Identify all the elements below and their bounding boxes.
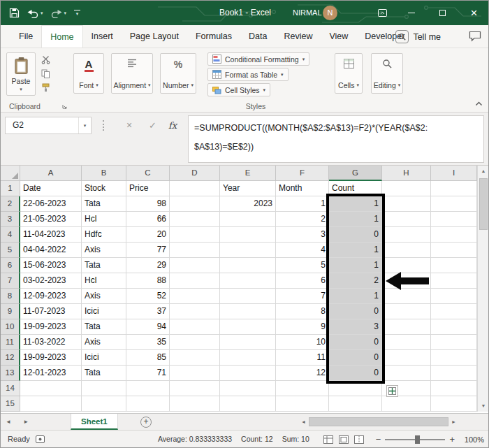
collapse-ribbon-icon[interactable] [475, 99, 483, 108]
cell-F2[interactable]: 1 [276, 196, 329, 212]
cells-menu[interactable]: Cells▾ [335, 53, 363, 94]
formula-input[interactable]: =SUMPRODUCT((MONTH($A$2:$A$13)=F2)*(YEAR… [188, 115, 484, 163]
sheet-nav-right-icon[interactable]: ► [18, 414, 34, 430]
cell-D4[interactable] [170, 227, 220, 243]
cell-G4[interactable]: 0 [329, 227, 382, 243]
cell-G6[interactable]: 1 [329, 258, 382, 273]
cell-H10[interactable] [382, 319, 431, 335]
new-sheet-button[interactable]: + [140, 417, 152, 428]
sheet-tab-sheet1[interactable]: Sheet1 [71, 414, 118, 430]
cell-F13[interactable]: 12 [276, 366, 329, 381]
name-box-dropdown-icon[interactable]: ▾ [78, 117, 91, 133]
column-header-I[interactable]: I [431, 166, 477, 181]
ribbon-tab-home[interactable]: Home [41, 25, 82, 48]
comment-icon[interactable] [469, 31, 481, 44]
page-break-view-icon[interactable] [354, 435, 364, 445]
cell-H7[interactable] [382, 273, 431, 289]
cell-B13[interactable]: Tata [82, 366, 126, 381]
cell-B9[interactable]: Icici [82, 304, 126, 319]
row-header-11[interactable]: 11 [1, 335, 20, 350]
row-header-12[interactable]: 12 [1, 350, 20, 366]
minimize-button[interactable] [395, 1, 427, 25]
cell-C3[interactable]: 66 [126, 212, 170, 227]
cell-A10[interactable]: 19-09-2023 [20, 319, 82, 335]
cell-B7[interactable]: Hcl [82, 273, 126, 289]
cell-D14[interactable] [170, 381, 220, 396]
cell-F4[interactable]: 3 [276, 227, 329, 243]
page-layout-view-icon[interactable] [339, 435, 349, 445]
customize-quick-access-toolbar-icon[interactable]: ▾ [74, 10, 80, 17]
cell-B11[interactable]: Axis [82, 335, 126, 350]
row-header-10[interactable]: 10 [1, 319, 20, 335]
ribbon-tab-review[interactable]: Review [275, 25, 321, 48]
row-header-7[interactable]: 7 [1, 273, 20, 289]
cell-F12[interactable]: 11 [276, 350, 329, 366]
cell-I9[interactable] [431, 304, 477, 319]
cell-D5[interactable] [170, 243, 220, 258]
cell-I7[interactable] [431, 273, 477, 289]
row-header-9[interactable]: 9 [1, 304, 20, 319]
tell-me-button[interactable]: Tell me [395, 25, 441, 48]
cell-I6[interactable] [431, 258, 477, 273]
redo-button[interactable]: ▾ [51, 8, 67, 18]
cell-G15[interactable] [329, 396, 382, 412]
cell-G10[interactable]: 3 [329, 319, 382, 335]
format-as-table-button[interactable]: Format as Table ▾ [207, 68, 289, 81]
cell-B4[interactable]: Hdfc [82, 227, 126, 243]
cell-F3[interactable]: 2 [276, 212, 329, 227]
cut-button[interactable] [40, 55, 51, 65]
cell-G14[interactable] [329, 381, 382, 396]
row-header-4[interactable]: 4 [1, 227, 20, 243]
cell-F11[interactable]: 10 [276, 335, 329, 350]
cell-D6[interactable] [170, 258, 220, 273]
ribbon-tab-page-layout[interactable]: Page Layout [122, 25, 187, 48]
cell-F5[interactable]: 4 [276, 243, 329, 258]
conditional-formatting-button[interactable]: Conditional Formatting ▾ [207, 52, 309, 66]
ribbon-tab-data[interactable]: Data [240, 25, 275, 48]
ribbon-tab-view[interactable]: View [321, 25, 356, 48]
vertical-scrollbar[interactable]: ▲ ▼ [477, 166, 489, 412]
cell-H15[interactable] [382, 396, 431, 412]
cell-E11[interactable] [220, 335, 276, 350]
cell-A2[interactable]: 22-06-2023 [20, 196, 82, 212]
scroll-left-icon[interactable]: ◄ [301, 419, 306, 424]
cell-E4[interactable] [220, 227, 276, 243]
cell-A8[interactable]: 12-09-2023 [20, 289, 82, 304]
cell-B2[interactable]: Tata [82, 196, 126, 212]
cell-I12[interactable] [431, 350, 477, 366]
maximize-button[interactable] [427, 1, 458, 25]
cell-E12[interactable] [220, 350, 276, 366]
horizontal-scrollbar-thumb[interactable] [309, 417, 448, 426]
cell-H1[interactable] [382, 181, 431, 196]
cell-C2[interactable]: 98 [126, 196, 170, 212]
cell-E9[interactable] [220, 304, 276, 319]
zoom-out-button[interactable]: − [376, 434, 381, 445]
ribbon-tab-insert[interactable]: Insert [83, 25, 122, 48]
cell-A15[interactable] [20, 396, 82, 412]
column-header-B[interactable]: B [82, 166, 126, 181]
scroll-up-icon[interactable]: ▲ [478, 166, 489, 177]
user-name[interactable]: NIRMAL [293, 1, 322, 25]
cell-G2[interactable]: 1 [329, 196, 382, 212]
number-menu[interactable]: % Number▾ [160, 53, 196, 94]
row-header-2[interactable]: 2 [1, 196, 20, 212]
cell-H6[interactable] [382, 258, 431, 273]
cell-B3[interactable]: Hcl [82, 212, 126, 227]
ribbon-display-options-icon[interactable] [369, 1, 395, 25]
undo-dropdown-icon[interactable]: ▾ [41, 10, 43, 16]
cell-E10[interactable] [220, 319, 276, 335]
cell-H2[interactable] [382, 196, 431, 212]
format-painter-button[interactable] [40, 82, 51, 93]
cell-G5[interactable]: 1 [329, 243, 382, 258]
cell-E2[interactable]: 2023 [220, 196, 276, 212]
cell-I13[interactable] [431, 366, 477, 381]
cell-E1[interactable]: Year [220, 181, 276, 196]
cell-F1[interactable]: Month [276, 181, 329, 196]
cell-G11[interactable]: 0 [329, 335, 382, 350]
cell-A6[interactable]: 15-06-2023 [20, 258, 82, 273]
cell-H3[interactable] [382, 212, 431, 227]
cell-D15[interactable] [170, 396, 220, 412]
cell-F8[interactable]: 7 [276, 289, 329, 304]
cell-C14[interactable] [126, 381, 170, 396]
cell-D8[interactable] [170, 289, 220, 304]
